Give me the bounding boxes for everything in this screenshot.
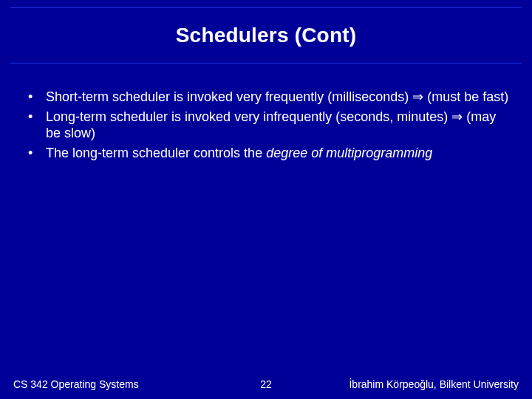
bullet-text-pre: Short-term scheduler is invoked very fre… bbox=[46, 89, 412, 104]
arrow-icon: ⇒ bbox=[412, 89, 423, 104]
title-container: Schedulers (Cont) bbox=[10, 7, 522, 64]
bullet-item: Long-term scheduler is invoked very infr… bbox=[21, 109, 514, 142]
bullet-item: Short-term scheduler is invoked very fre… bbox=[21, 89, 514, 106]
slide-title: Schedulers (Cont) bbox=[176, 24, 357, 47]
bullet-text-post: (must be fast) bbox=[423, 89, 508, 104]
slide: Schedulers (Cont) Short-term scheduler i… bbox=[0, 0, 532, 399]
slide-body: Short-term scheduler is invoked very fre… bbox=[21, 89, 514, 164]
footer-course: CS 342 Operating Systems bbox=[13, 378, 139, 390]
bullet-item: The long-term scheduler controls the deg… bbox=[21, 145, 514, 162]
slide-footer: CS 342 Operating Systems 22 İbrahim Körp… bbox=[13, 375, 519, 390]
arrow-icon: ⇒ bbox=[451, 109, 463, 124]
bullet-list: Short-term scheduler is invoked very fre… bbox=[21, 89, 514, 161]
footer-author: İbrahim Körpeoğlu, Bilkent University bbox=[349, 378, 519, 390]
bullet-text-pre: Long-term scheduler is invoked very infr… bbox=[46, 109, 451, 124]
footer-page-number: 22 bbox=[260, 378, 272, 390]
bullet-text-pre: The long-term scheduler controls the bbox=[46, 146, 266, 160]
bullet-text-italic: degree of multiprogramming bbox=[266, 146, 432, 160]
